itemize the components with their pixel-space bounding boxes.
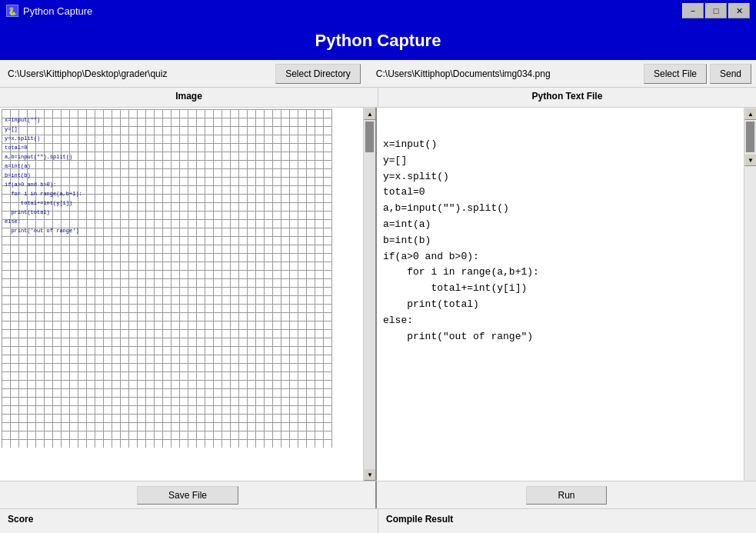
directory-path: C:\Users\Kittiphop\Desktop\grader\quiz [5, 67, 272, 81]
image-area: x=input("") y=[] y=x.split() total=0 a,b… [0, 108, 363, 481]
code-scrollbar[interactable]: ▲ ▼ [744, 108, 756, 481]
image-section-header: Image [0, 88, 378, 107]
save-file-area: Save File [0, 481, 377, 508]
compile-result-label: Compile Result [378, 509, 756, 533]
window-title: Python Capture [23, 5, 92, 17]
title-bar: 🐍 Python Capture − □ ✕ [0, 0, 756, 22]
select-directory-button[interactable]: Select Directory [275, 64, 361, 84]
code-scroll-down-icon[interactable]: ▼ [744, 154, 756, 166]
close-button[interactable]: ✕ [728, 3, 750, 18]
image-code-overlay: x=input("") y=[] y=x.split() total=0 a,b… [5, 115, 82, 235]
bottom-bar: Save File Run [0, 481, 756, 508]
app-header-title: Python Capture [315, 31, 441, 51]
file-path: C:\Users\Kittiphop\Documents\img034.png [373, 67, 641, 81]
app-icon: 🐍 [6, 5, 18, 17]
send-button[interactable]: Send [710, 64, 751, 84]
scrollbar-thumb[interactable] [365, 122, 374, 152]
toolbar: C:\Users\Kittiphop\Desktop\grader\quiz S… [0, 60, 756, 88]
section-headers: Image Python Text File [0, 88, 756, 108]
main-content: x=input("") y=[] y=x.split() total=0 a,b… [0, 108, 756, 481]
run-button[interactable]: Run [526, 486, 606, 505]
run-area: Run [377, 481, 756, 508]
scroll-down-icon[interactable]: ▼ [364, 468, 376, 481]
app-header: Python Capture [0, 22, 756, 60]
minimize-button[interactable]: − [682, 3, 704, 18]
save-file-button[interactable]: Save File [137, 486, 238, 505]
maximize-button[interactable]: □ [705, 3, 727, 18]
window-controls: − □ ✕ [682, 3, 750, 18]
code-scrollbar-thumb[interactable] [746, 122, 754, 152]
score-label: Score [0, 509, 378, 533]
image-scrollbar[interactable]: ▲ ▼ [363, 108, 375, 481]
title-bar-left: 🐍 Python Capture [6, 5, 92, 17]
grid-image: x=input("") y=[] y=x.split() total=0 a,b… [2, 109, 332, 448]
select-file-button[interactable]: Select File [644, 64, 707, 84]
code-content: x=input() y=[] y=x.split() total=0 a,b=i… [383, 137, 738, 345]
image-display: x=input("") y=[] y=x.split() total=0 a,b… [2, 109, 332, 448]
status-bar: Score Compile Result [0, 508, 756, 533]
scroll-up-icon[interactable]: ▲ [364, 108, 376, 120]
scrollbar-track[interactable] [364, 120, 375, 468]
right-panel: x=input() y=[] y=x.split() total=0 a,b=i… [377, 108, 756, 481]
left-panel: x=input("") y=[] y=x.split() total=0 a,b… [0, 108, 377, 481]
python-section-header: Python Text File [378, 88, 756, 107]
code-scrollbar-track[interactable] [744, 122, 756, 152]
code-scroll-up-icon[interactable]: ▲ [744, 108, 756, 120]
code-display: x=input() y=[] y=x.split() total=0 a,b=i… [377, 108, 744, 481]
